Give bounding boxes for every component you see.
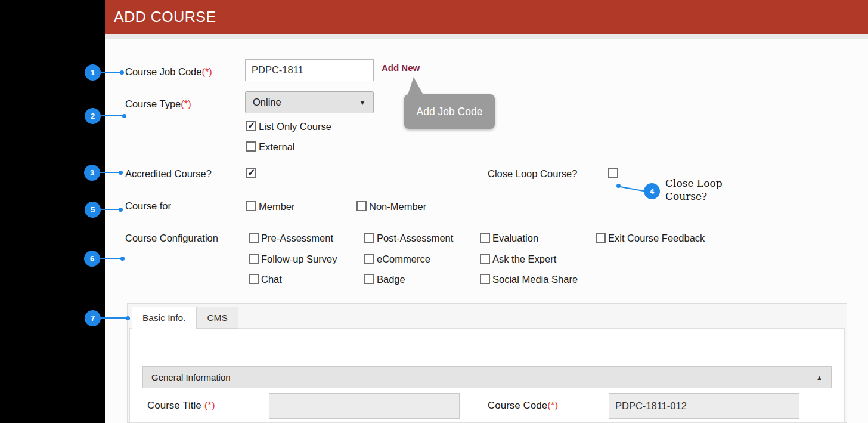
add-job-code-tooltip: Add Job Code (404, 94, 495, 129)
course-for-label: Course for (125, 200, 171, 212)
collapse-icon: ▲ (816, 374, 823, 381)
checkbox-label: Badge (377, 274, 405, 285)
chevron-down-icon: ▼ (359, 98, 366, 107)
list-only-course-checkbox[interactable]: List Only Course (246, 121, 331, 132)
checkbox-box (246, 141, 256, 152)
checkbox-label: External (259, 141, 295, 153)
checkbox-label: Non-Member (369, 201, 426, 212)
annotation-badge-6: 6 (84, 251, 100, 267)
general-information-title: General Information (151, 372, 231, 382)
course-code-label: Course Code(*) (488, 400, 558, 412)
non-member-checkbox[interactable]: Non-Member (356, 201, 426, 212)
checkbox-box (246, 121, 256, 131)
course-job-code-label: Course Job Code(*) (125, 66, 212, 78)
config-checkbox-pre-assessment[interactable]: Pre-Assessment (249, 233, 333, 244)
required-asterisk: (*) (547, 400, 558, 411)
course-type-label: Course Type(*) (125, 98, 191, 110)
course-title-input[interactable] (269, 393, 460, 419)
tooltip-text: Add Job Code (417, 106, 483, 118)
course-title-label: Course Title(*) (147, 400, 215, 412)
checkbox-label: eCommerce (377, 254, 430, 265)
config-checkbox-evaluation[interactable]: Evaluation (480, 233, 538, 244)
annotation-line (101, 317, 129, 319)
annotation-line (101, 115, 125, 116)
config-checkbox-social-media-share[interactable]: Social Media Share (480, 274, 578, 285)
page-title: ADD COURSE (114, 8, 216, 26)
close-loop-course-label: Close Loop Course? (488, 168, 577, 180)
checkbox-label: Follow-up Survey (261, 254, 337, 265)
external-checkbox[interactable]: External (246, 141, 295, 153)
checkbox-box (480, 254, 490, 264)
tab-cms[interactable]: CMS (196, 307, 238, 329)
add-new-link[interactable]: Add New (382, 63, 420, 73)
checkbox-label: Member (259, 201, 295, 212)
annotation-dot (122, 114, 126, 118)
checkbox-box (364, 274, 374, 284)
course-type-value: Online (253, 97, 281, 108)
config-checkbox-chat[interactable]: Chat (249, 274, 282, 285)
annotation-badge-4: 4 (644, 183, 660, 199)
checkbox-box (249, 233, 259, 243)
annotation-dot (119, 171, 123, 175)
course-type-select[interactable]: Online ▼ (245, 91, 374, 113)
accredited-course-label: Accredited Course? (125, 168, 212, 180)
checkbox-label: Chat (261, 274, 282, 285)
course-code-input[interactable] (609, 393, 799, 419)
checkbox-box (249, 274, 259, 284)
annotation-dot (119, 208, 123, 212)
checkbox-label: Social Media Share (492, 274, 578, 285)
config-checkbox-exit-course-feedback[interactable]: Exit Course Feedback (596, 233, 705, 244)
general-information-header[interactable]: General Information ▲ (142, 366, 832, 388)
checkbox-box (480, 274, 490, 284)
course-configuration-label: Course Configuration (125, 233, 218, 244)
annotation-dot (120, 70, 124, 75)
screen: ADD COURSE Course Job Code(*) Add New Ad… (0, 0, 868, 423)
accredited-course-checkbox[interactable] (246, 168, 256, 178)
checkbox-box (246, 201, 256, 211)
config-checkbox-post-assessment[interactable]: Post-Assessment (364, 233, 453, 244)
checkbox-box (356, 201, 367, 211)
checkbox-label: Pre-Assessment (261, 233, 333, 244)
checkbox-box (364, 254, 374, 264)
annotation-badge-1: 1 (85, 64, 101, 81)
checkbox-label: Post-Assessment (377, 233, 453, 244)
config-checkbox-follow-up-survey[interactable]: Follow-up Survey (249, 254, 337, 265)
checkbox-box (364, 233, 374, 243)
annotation-dot (120, 257, 125, 261)
annotation-badge-3: 3 (84, 165, 100, 181)
annotation-badge-2: 2 (85, 108, 101, 124)
annotation-badge-5: 5 (85, 202, 101, 218)
required-asterisk: (*) (204, 400, 215, 411)
checkbox-label: Evaluation (492, 233, 538, 244)
header-divider (105, 34, 868, 39)
required-asterisk: (*) (202, 66, 212, 77)
close-loop-note: Close Loop Course? (665, 177, 728, 203)
checkbox-box (596, 233, 606, 243)
member-checkbox[interactable]: Member (246, 201, 295, 212)
app-header: ADD COURSE (105, 0, 868, 34)
checkbox-box (480, 233, 490, 243)
annotation-dot (616, 184, 621, 188)
checkbox-label: Exit Course Feedback (608, 233, 705, 244)
config-checkbox-badge[interactable]: Badge (364, 274, 405, 285)
checkbox-box (249, 254, 259, 264)
course-job-code-input[interactable] (245, 59, 374, 81)
required-asterisk: (*) (181, 98, 191, 109)
config-checkbox-ecommerce[interactable]: eCommerce (364, 254, 430, 265)
close-loop-course-checkbox[interactable] (608, 168, 618, 178)
checkbox-label: Ask the Expert (492, 254, 556, 265)
annotation-badge-7: 7 (85, 310, 101, 326)
tab-basic-info[interactable]: Basic Info. (132, 307, 196, 329)
tab-bar: Basic Info. CMS (132, 307, 238, 329)
annotation-dot (126, 316, 130, 320)
config-checkbox-ask-the-expert[interactable]: Ask the Expert (480, 254, 556, 265)
checkbox-label: List Only Course (259, 121, 331, 132)
